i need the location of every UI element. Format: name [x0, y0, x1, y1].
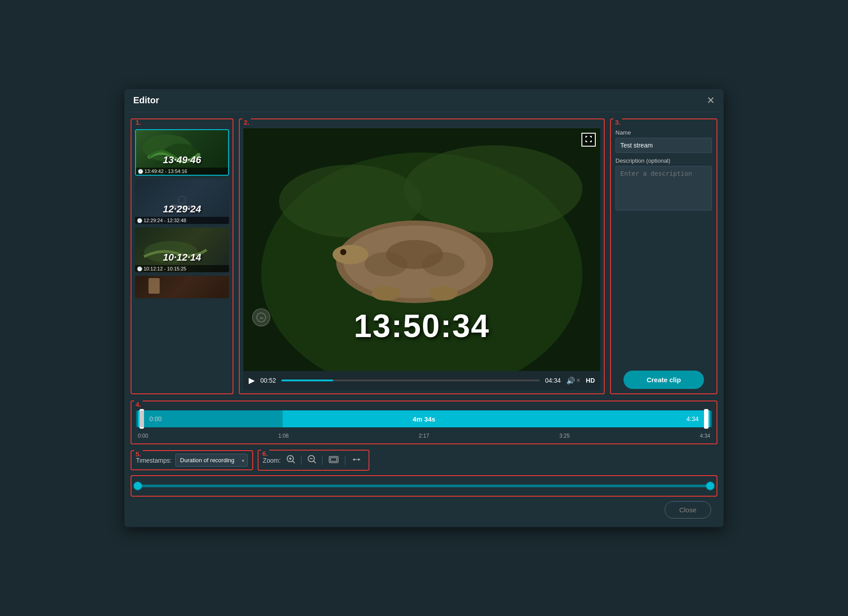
svg-point-7	[404, 145, 582, 232]
zoom-divider-3	[345, 456, 345, 465]
range-thumb-right[interactable]	[706, 482, 714, 490]
clock-icon-2: 🕐	[137, 218, 142, 223]
window-title: Editor	[133, 95, 159, 105]
ruler-mark-0: 0:00	[138, 433, 148, 439]
timeline-end-time: 4:34	[687, 415, 699, 422]
create-clip-button[interactable]: Create clip	[623, 371, 704, 389]
controls-row: 5. Timestamps: Duration of recording Tim…	[131, 450, 717, 471]
speaker-icon: 🔊	[566, 376, 575, 385]
ruler-mark-3: 3:25	[559, 433, 569, 439]
timeline-ruler: 0:00 1:08 2:17 3:25 4:34	[136, 433, 712, 439]
close-footer-button[interactable]: Close	[665, 501, 711, 519]
section-1-number: 1.	[134, 118, 143, 127]
timestamps-section: 5. Timestamps: Duration of recording Tim…	[131, 450, 253, 470]
jk-watermark: JK	[256, 312, 267, 323]
hd-badge: HD	[586, 377, 595, 384]
section-3-number: 3.	[614, 118, 622, 127]
name-field-group: Name	[615, 129, 712, 153]
title-bar: Editor ✕	[124, 89, 724, 112]
range-fill	[138, 485, 710, 487]
zoom-divider-1	[301, 456, 301, 465]
zoom-expand-button[interactable]	[349, 455, 364, 465]
svg-point-12	[422, 252, 465, 276]
svg-rect-3	[148, 278, 160, 294]
svg-point-16	[429, 286, 458, 301]
svg-text:JK: JK	[259, 316, 264, 320]
clip-item[interactable]: ⬡ Wirecast 12·29·24 🕐 12:29:24 - 12:32:4…	[135, 179, 229, 224]
clip-item[interactable]: 10·12·14 🕐 10:12:12 - 10:15:25	[135, 228, 229, 272]
total-time: 04:34	[545, 377, 561, 384]
progress-bar[interactable]	[281, 380, 540, 381]
clip-1-time-range: 🕐 13:49:42 - 13:54:16	[136, 168, 228, 175]
zoom-out-button[interactable]	[305, 453, 318, 467]
bottom-area: 4. 0:00 4m 34s 4:34 0:00 1:08 2:17 3:25 …	[124, 401, 724, 529]
ruler-mark-2: 2:17	[419, 433, 429, 439]
zoom-section: 6. Zoom:	[258, 450, 370, 471]
range-track	[138, 485, 710, 487]
section-2-number: 2.	[242, 118, 251, 127]
zoom-expand-icon	[352, 456, 361, 463]
zoom-in-icon	[286, 454, 296, 464]
footer: Close	[131, 497, 717, 523]
timeline-darker-region	[140, 410, 283, 427]
timeline-bar[interactable]: 0:00 4m 34s 4:34	[136, 408, 712, 430]
video-timestamp: 13:50:34	[354, 308, 490, 344]
clip-item[interactable]: 13·49·46 🕐 13:49:42 - 13:54:16	[135, 129, 229, 176]
fullscreen-button[interactable]	[581, 133, 596, 147]
ruler-mark-4: 4:34	[700, 433, 710, 439]
section-5-number: 5.	[134, 450, 143, 458]
description-input[interactable]	[615, 166, 712, 211]
fullscreen-icon	[585, 135, 592, 143]
timeline-selected-range: 0:00 4m 34s 4:34	[138, 410, 710, 427]
name-label: Name	[615, 129, 712, 136]
timestamps-select-wrapper: Duration of recording Time of day Relati…	[175, 454, 248, 467]
timeline-handle-right[interactable]	[704, 409, 708, 429]
clip-1-time: 13·49·46	[163, 154, 201, 166]
ruler-mark-1: 1:08	[278, 433, 288, 439]
mute-x: ✕	[576, 377, 581, 384]
description-label: Description (optional)	[615, 157, 712, 164]
clip-3-time: 10·12·14	[163, 252, 201, 263]
timeline-section: 4. 0:00 4m 34s 4:34 0:00 1:08 2:17 3:25 …	[131, 401, 717, 444]
clip-2-time-range: 🕐 12:29:24 - 12:32:48	[135, 217, 229, 224]
name-input[interactable]	[615, 138, 712, 153]
window-close-button[interactable]: ✕	[707, 96, 715, 105]
description-field-group: Description (optional)	[615, 157, 712, 212]
mute-button[interactable]: 🔊 ✕	[566, 376, 581, 385]
video-controls: ▶ 00:52 04:34 🔊 ✕ HD	[243, 371, 600, 390]
watermark: JK	[252, 308, 270, 326]
zoom-fit-icon	[329, 456, 339, 463]
main-content: 1. 13·49·46 🕐 13:49:42 - 13:54:16	[124, 112, 724, 401]
clip-thumbnail-4	[135, 276, 229, 298]
clock-icon-1: 🕐	[138, 169, 143, 174]
zoom-fit-button[interactable]	[326, 455, 341, 465]
svg-point-13	[333, 245, 369, 264]
svg-line-25	[314, 461, 316, 463]
clip-4-art	[135, 276, 229, 298]
clip-list-section: 1. 13·49·46 🕐 13:49:42 - 13:54:16	[131, 118, 233, 394]
current-time: 00:52	[260, 377, 276, 384]
svg-rect-27	[331, 458, 337, 461]
svg-point-11	[365, 252, 407, 276]
timestamps-select[interactable]: Duration of recording Time of day Relati…	[175, 454, 248, 467]
video-section: 2.	[239, 118, 605, 394]
clock-icon-3: 🕐	[137, 266, 142, 271]
range-thumb-left[interactable]	[134, 482, 142, 490]
svg-point-15	[372, 286, 400, 301]
zoom-divider-2	[322, 456, 322, 465]
zoom-out-icon	[307, 454, 317, 464]
section-6-number: 6.	[261, 450, 270, 458]
play-button[interactable]: ▶	[249, 376, 255, 385]
range-slider-container[interactable]	[138, 481, 710, 491]
range-slider-section	[131, 475, 717, 497]
meta-section: 3. Name Description (optional) Create cl…	[610, 118, 717, 394]
svg-line-22	[293, 461, 295, 463]
editor-window: Editor ✕ 1. 13·49·46 🕐	[124, 89, 724, 527]
clip-item[interactable]	[135, 276, 229, 298]
video-container: JK 13:50:34	[243, 128, 600, 371]
svg-point-14	[340, 249, 347, 255]
clip-3-time-range: 🕐 10:12:12 - 10:15:25	[135, 265, 229, 272]
clip-2-time: 12·29·24	[163, 203, 201, 215]
zoom-in-button[interactable]	[284, 453, 297, 467]
